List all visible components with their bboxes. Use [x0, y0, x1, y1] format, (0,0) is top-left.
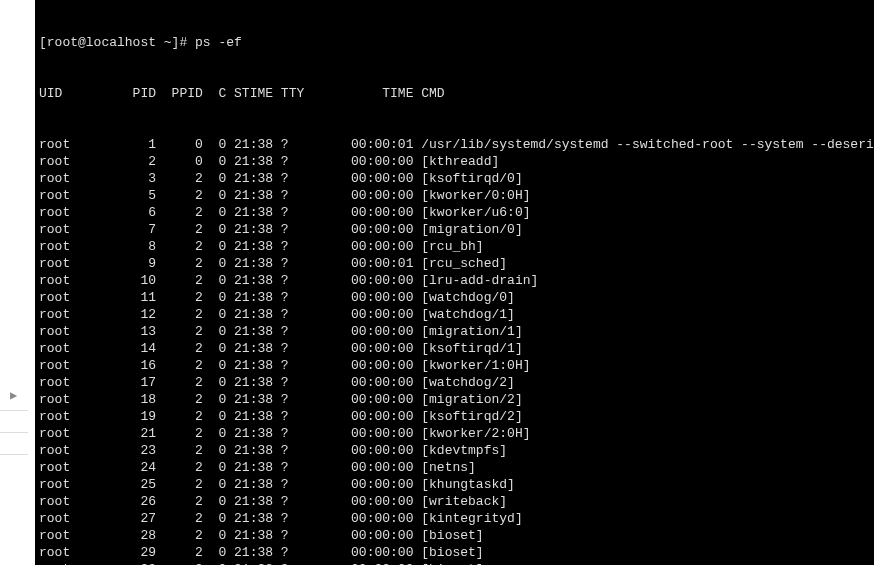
process-row: root 5 2 0 21:38 ? 00:00:00 [kworker/0:0… — [39, 187, 870, 204]
process-row: root 17 2 0 21:38 ? 00:00:00 [watchdog/2… — [39, 374, 870, 391]
process-row: root 11 2 0 21:38 ? 00:00:00 [watchdog/0… — [39, 289, 870, 306]
process-row: root 12 2 0 21:38 ? 00:00:00 [watchdog/1… — [39, 306, 870, 323]
process-row: root 27 2 0 21:38 ? 00:00:00 [kintegrity… — [39, 510, 870, 527]
process-row: root 7 2 0 21:38 ? 00:00:00 [migration/0… — [39, 221, 870, 238]
sidebar-divider — [0, 410, 28, 411]
editor-sidebar: ▶ — [0, 0, 35, 565]
process-row: root 3 2 0 21:38 ? 00:00:00 [ksoftirqd/0… — [39, 170, 870, 187]
process-row: root 9 2 0 21:38 ? 00:00:01 [rcu_sched] — [39, 255, 870, 272]
prompt-prefix: [root@localhost ~]# — [39, 35, 195, 50]
process-row: root 21 2 0 21:38 ? 00:00:00 [kworker/2:… — [39, 425, 870, 442]
process-row: root 29 2 0 21:38 ? 00:00:00 [bioset] — [39, 544, 870, 561]
process-row: root 23 2 0 21:38 ? 00:00:00 [kdevtmpfs] — [39, 442, 870, 459]
process-row: root 6 2 0 21:38 ? 00:00:00 [kworker/u6:… — [39, 204, 870, 221]
process-row: root 16 2 0 21:38 ? 00:00:00 [kworker/1:… — [39, 357, 870, 374]
chevron-right-icon: ▶ — [10, 388, 17, 405]
process-row: root 2 0 0 21:38 ? 00:00:00 [kthreadd] — [39, 153, 870, 170]
process-row: root 24 2 0 21:38 ? 00:00:00 [netns] — [39, 459, 870, 476]
process-row: root 1 0 0 21:38 ? 00:00:01 /usr/lib/sys… — [39, 136, 870, 153]
prompt-command: ps -ef — [195, 35, 242, 50]
process-row: root 25 2 0 21:38 ? 00:00:00 [khungtaskd… — [39, 476, 870, 493]
process-row: root 28 2 0 21:38 ? 00:00:00 [bioset] — [39, 527, 870, 544]
terminal-output[interactable]: [root@localhost ~]# ps -ef UID PID PPID … — [35, 0, 874, 565]
ps-header-row: UID PID PPID C STIME TTY TIME CMD — [39, 85, 870, 102]
process-row: root 18 2 0 21:38 ? 00:00:00 [migration/… — [39, 391, 870, 408]
process-row: root 8 2 0 21:38 ? 00:00:00 [rcu_bh] — [39, 238, 870, 255]
process-row: root 13 2 0 21:38 ? 00:00:00 [migration/… — [39, 323, 870, 340]
process-row: root 14 2 0 21:38 ? 00:00:00 [ksoftirqd/… — [39, 340, 870, 357]
process-row: root 19 2 0 21:38 ? 00:00:00 [ksoftirqd/… — [39, 408, 870, 425]
process-row: root 30 2 0 21:38 ? 00:00:00 [bioset] — [39, 561, 870, 565]
process-row: root 10 2 0 21:38 ? 00:00:00 [lru-add-dr… — [39, 272, 870, 289]
process-row: root 26 2 0 21:38 ? 00:00:00 [writeback] — [39, 493, 870, 510]
sidebar-divider — [0, 454, 28, 455]
prompt-line: [root@localhost ~]# ps -ef — [39, 34, 870, 51]
sidebar-divider — [0, 432, 28, 433]
